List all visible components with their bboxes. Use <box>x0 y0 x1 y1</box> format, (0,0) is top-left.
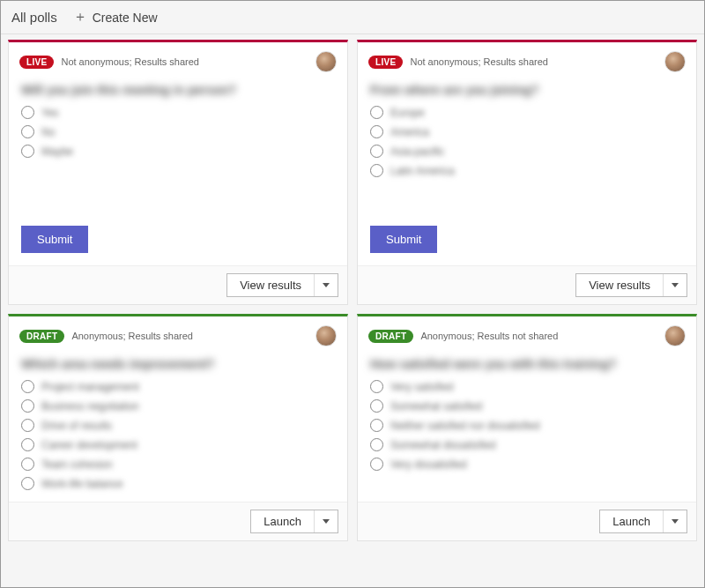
avatar[interactable] <box>664 51 686 72</box>
radio-icon <box>370 438 383 451</box>
poll-options: Very satisfied Somewhat satisfied Neithe… <box>370 380 684 471</box>
poll-meta: Not anonymous; Results shared <box>410 56 548 67</box>
create-new-label: Create New <box>93 11 158 25</box>
poll-card-header: DRAFT Anonymous; Results not shared <box>358 316 696 352</box>
dropdown-toggle[interactable] <box>315 510 338 532</box>
poll-footer: Launch <box>9 502 347 540</box>
poll-footer: View results <box>358 265 696 304</box>
poll-card-header: DRAFT Anonymous; Results shared <box>9 316 347 352</box>
submit-zone: Submit <box>9 219 347 265</box>
poll-option[interactable]: Work-life balance <box>21 477 335 490</box>
radio-icon <box>21 438 34 451</box>
option-label: Very satisfied <box>390 381 453 393</box>
poll-body: How satisfied were you with this trainin… <box>358 352 696 502</box>
chevron-down-icon <box>672 519 679 524</box>
option-label: Neither satisfied nor dissatisfied <box>390 420 539 432</box>
submit-button[interactable]: Submit <box>21 226 88 253</box>
launch-button[interactable]: Launch <box>251 510 315 532</box>
radio-icon <box>370 399 383 413</box>
view-results-split-button: View results <box>575 273 687 297</box>
option-label: Business negotiation <box>41 400 139 413</box>
radio-icon <box>370 164 383 177</box>
radio-icon <box>370 125 383 138</box>
poll-question: Will you join this meeting in person? <box>21 83 335 97</box>
poll-card-header: LIVE Not anonymous; Results shared <box>358 42 696 78</box>
option-label: Project management <box>41 381 139 393</box>
poll-option[interactable]: Somewhat dissatisfied <box>370 438 684 451</box>
option-label: Team cohesion <box>41 458 113 471</box>
poll-card: DRAFT Anonymous; Results not shared How … <box>357 314 697 541</box>
poll-meta: Anonymous; Results not shared <box>420 331 558 341</box>
avatar[interactable] <box>315 51 337 72</box>
poll-option[interactable]: Asia-pacific <box>370 145 684 158</box>
poll-option[interactable]: Maybe <box>21 145 335 158</box>
radio-icon <box>21 399 34 413</box>
view-results-button[interactable]: View results <box>576 274 664 296</box>
plus-icon: ＋ <box>73 8 87 26</box>
poll-option[interactable]: Career development <box>21 438 335 451</box>
chevron-down-icon <box>323 283 330 287</box>
poll-option[interactable]: Europe <box>370 106 684 119</box>
launch-split-button: Launch <box>599 510 687 533</box>
submit-button[interactable]: Submit <box>370 226 437 253</box>
poll-option[interactable]: Yes <box>21 106 335 119</box>
poll-meta: Not anonymous; Results shared <box>61 56 199 67</box>
option-label: Somewhat dissatisfied <box>390 439 495 451</box>
dropdown-toggle[interactable] <box>664 274 686 296</box>
tab-all-polls[interactable]: All polls <box>11 10 57 25</box>
poll-footer: Launch <box>358 502 696 540</box>
poll-option[interactable]: Project management <box>21 380 335 393</box>
option-label: Asia-pacific <box>390 145 444 158</box>
submit-zone: Submit <box>358 219 696 265</box>
dropdown-toggle[interactable] <box>664 510 686 532</box>
poll-option[interactable]: Latin America <box>370 164 684 177</box>
option-label: Somewhat satisfied <box>390 400 482 413</box>
poll-option[interactable]: Team cohesion <box>21 458 335 471</box>
radio-icon <box>21 106 34 119</box>
radio-icon <box>370 106 383 119</box>
launch-button[interactable]: Launch <box>600 510 664 532</box>
radio-icon <box>21 477 34 490</box>
radio-icon <box>370 458 383 471</box>
poll-meta: Anonymous; Results shared <box>71 331 193 341</box>
poll-body: Will you join this meeting in person? Ye… <box>9 78 347 219</box>
create-new-button[interactable]: ＋ Create New <box>73 8 158 26</box>
poll-card: LIVE Not anonymous; Results shared From … <box>357 40 697 305</box>
radio-icon <box>21 380 34 393</box>
polls-grid: LIVE Not anonymous; Results shared Will … <box>1 34 704 547</box>
dropdown-toggle[interactable] <box>315 274 338 296</box>
radio-icon <box>370 419 383 432</box>
poll-option[interactable]: America <box>370 125 684 138</box>
option-label: Latin America <box>390 165 455 177</box>
poll-option[interactable]: Drive of results <box>21 419 335 432</box>
chevron-down-icon <box>323 519 330 524</box>
option-label: Drive of results <box>41 420 112 432</box>
radio-icon <box>21 458 34 471</box>
radio-icon <box>370 145 383 158</box>
poll-options: Project management Business negotiation … <box>21 380 335 490</box>
poll-card-header: LIVE Not anonymous; Results shared <box>9 42 347 78</box>
poll-question: How satisfied were you with this trainin… <box>370 357 684 371</box>
view-results-button[interactable]: View results <box>227 274 315 296</box>
radio-icon <box>21 145 34 158</box>
radio-icon <box>370 380 383 393</box>
option-label: America <box>390 126 429 138</box>
poll-option[interactable]: Very satisfied <box>370 380 684 393</box>
radio-icon <box>21 125 34 138</box>
poll-option[interactable]: Neither satisfied nor dissatisfied <box>370 419 684 432</box>
status-badge: DRAFT <box>368 330 413 343</box>
poll-body: From where are you joining? Europe Ameri… <box>358 78 696 219</box>
option-label: Very dissatisfied <box>390 458 467 471</box>
poll-option[interactable]: Business negotiation <box>21 399 335 413</box>
option-label: No <box>41 126 55 138</box>
avatar[interactable] <box>664 325 686 346</box>
view-results-split-button: View results <box>226 273 338 297</box>
radio-icon <box>21 419 34 432</box>
option-label: Europe <box>390 107 425 119</box>
option-label: Yes <box>41 107 59 119</box>
avatar[interactable] <box>315 325 337 346</box>
poll-option[interactable]: No <box>21 125 335 138</box>
poll-option[interactable]: Very dissatisfied <box>370 458 684 471</box>
poll-option[interactable]: Somewhat satisfied <box>370 399 684 413</box>
chevron-down-icon <box>672 283 679 287</box>
